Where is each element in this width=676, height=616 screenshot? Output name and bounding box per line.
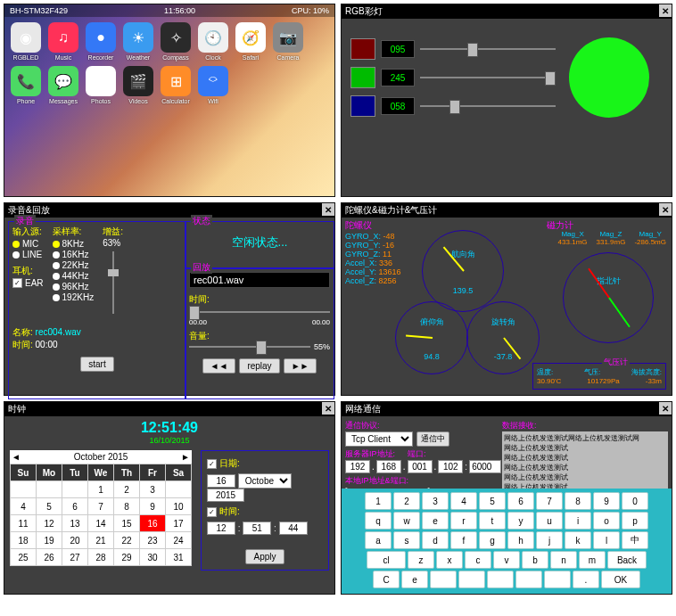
close-icon[interactable]: ✕ <box>659 203 672 216</box>
key-space[interactable] <box>544 571 571 588</box>
cal-day[interactable]: 29 <box>114 549 140 566</box>
cal-day[interactable]: 13 <box>62 515 88 532</box>
cal-day[interactable]: 20 <box>62 532 88 549</box>
cal-day[interactable] <box>11 481 37 498</box>
cal-day[interactable]: 18 <box>11 532 37 549</box>
key-r[interactable]: r <box>450 512 477 530</box>
key-q[interactable]: q <box>365 512 392 530</box>
min-input[interactable] <box>243 522 271 535</box>
cal-day[interactable]: 25 <box>11 549 37 566</box>
app-messages[interactable]: 💬Messages <box>47 66 79 104</box>
slider-green[interactable] <box>420 77 556 78</box>
app-videos[interactable]: 🎬Videos <box>122 66 154 104</box>
next-month[interactable]: ► <box>181 452 190 462</box>
cal-day[interactable]: 14 <box>88 515 114 532</box>
app-wifi[interactable]: ⌔Wifi <box>197 66 229 104</box>
protocol-select[interactable]: Tcp Client <box>345 431 413 447</box>
key-t[interactable]: t <box>479 512 506 530</box>
app-weather[interactable]: ☀Weather <box>122 22 154 61</box>
radio-mic[interactable]: MIC <box>12 239 44 249</box>
cal-day[interactable] <box>37 481 62 498</box>
radio-rate[interactable]: 44KHz <box>53 271 95 281</box>
apply-button[interactable]: Apply <box>245 549 284 564</box>
key-space[interactable] <box>458 571 485 588</box>
key-C[interactable]: C <box>373 571 400 588</box>
check-date[interactable]: 日期: <box>207 457 323 470</box>
cal-day[interactable]: 11 <box>11 515 37 532</box>
cal-day[interactable]: 9 <box>140 498 166 515</box>
key-a[interactable]: a <box>365 531 392 549</box>
key-f[interactable]: f <box>450 531 477 549</box>
cal-day[interactable]: 27 <box>62 549 88 566</box>
cal-day[interactable]: 3 <box>140 481 166 498</box>
key-u[interactable]: u <box>536 512 563 530</box>
check-time[interactable]: 时间: <box>207 505 323 518</box>
key-h[interactable]: h <box>507 531 534 549</box>
key-1[interactable]: 1 <box>365 492 392 510</box>
key-n[interactable]: n <box>550 551 577 569</box>
app-rgbled[interactable]: ◉RGBLED <box>10 22 42 61</box>
cal-day[interactable]: 21 <box>88 532 114 549</box>
cal-day[interactable]: 7 <box>88 498 114 515</box>
month-select[interactable]: October <box>238 473 292 489</box>
ip-octet[interactable] <box>345 460 370 473</box>
key-space[interactable] <box>515 571 542 588</box>
key-c[interactable]: c <box>465 551 491 569</box>
close-icon[interactable]: ✕ <box>659 402 672 415</box>
ip-octet[interactable] <box>408 460 433 473</box>
next-button[interactable]: ►► <box>284 358 317 374</box>
key-space[interactable] <box>487 571 514 588</box>
cal-day[interactable]: 2 <box>114 481 140 498</box>
start-button[interactable]: start <box>80 357 113 372</box>
app-photos[interactable]: ❀Photos <box>85 66 117 104</box>
cal-day[interactable]: 30 <box>140 549 166 566</box>
key-5[interactable]: 5 <box>479 492 506 510</box>
close-icon[interactable]: ✕ <box>322 203 334 216</box>
key-k[interactable]: k <box>565 531 591 549</box>
key-3[interactable]: 3 <box>422 492 449 510</box>
cal-day[interactable] <box>166 481 192 498</box>
key-Back[interactable]: Back <box>607 551 647 569</box>
app-clock[interactable]: 🕙Clock <box>197 22 229 61</box>
slider-red[interactable] <box>420 48 556 50</box>
app-safari[interactable]: 🧭Safari <box>235 22 267 61</box>
radio-line[interactable]: LINE <box>12 250 44 259</box>
key-g[interactable]: g <box>479 531 506 549</box>
cal-day[interactable]: 5 <box>37 498 62 515</box>
cal-day[interactable]: 28 <box>88 549 114 566</box>
key-v[interactable]: v <box>493 551 520 569</box>
key-b[interactable]: b <box>522 551 548 569</box>
radio-rate[interactable]: 16KHz <box>53 250 95 259</box>
radio-rate[interactable]: 22KHz <box>53 260 95 270</box>
app-recorder[interactable]: ●Recorder <box>85 22 117 61</box>
app-phone[interactable]: 📞Phone <box>10 66 42 104</box>
year-input[interactable] <box>207 489 244 502</box>
cal-day[interactable]: 22 <box>114 532 140 549</box>
close-icon[interactable]: ✕ <box>322 402 334 415</box>
day-input[interactable] <box>207 474 235 488</box>
key-i[interactable]: i <box>565 512 591 530</box>
app-calculator[interactable]: ⊞Calculator <box>160 66 192 104</box>
close-icon[interactable]: ✕ <box>659 4 672 17</box>
app-camera[interactable]: 📷Camera <box>272 22 304 61</box>
key-中[interactable]: 中 <box>622 531 648 549</box>
app-music[interactable]: ♫Music <box>47 22 79 61</box>
cal-day[interactable]: 17 <box>166 515 192 532</box>
calendar[interactable]: SuMoTuWeThFrSa12345678910111213141516171… <box>10 464 192 566</box>
key-9[interactable]: 9 <box>593 492 620 510</box>
gain-slider[interactable] <box>112 251 114 314</box>
replay-button[interactable]: replay <box>239 358 279 374</box>
cal-day[interactable]: 15 <box>114 515 140 532</box>
prev-button[interactable]: ◄◄ <box>202 358 236 374</box>
key-s[interactable]: s <box>393 531 420 549</box>
connect-button[interactable]: 通信中 <box>416 431 449 447</box>
cal-day[interactable] <box>62 481 88 498</box>
key-.[interactable]: . <box>573 571 599 588</box>
cal-day[interactable]: 10 <box>166 498 192 515</box>
cal-day[interactable]: 1 <box>88 481 114 498</box>
cal-day[interactable]: 4 <box>11 498 37 515</box>
app-compass[interactable]: ✧Compass <box>160 22 192 61</box>
radio-rate[interactable]: 192KHz <box>53 292 95 302</box>
cal-day[interactable]: 12 <box>37 515 62 532</box>
prev-month[interactable]: ◄ <box>12 452 21 462</box>
